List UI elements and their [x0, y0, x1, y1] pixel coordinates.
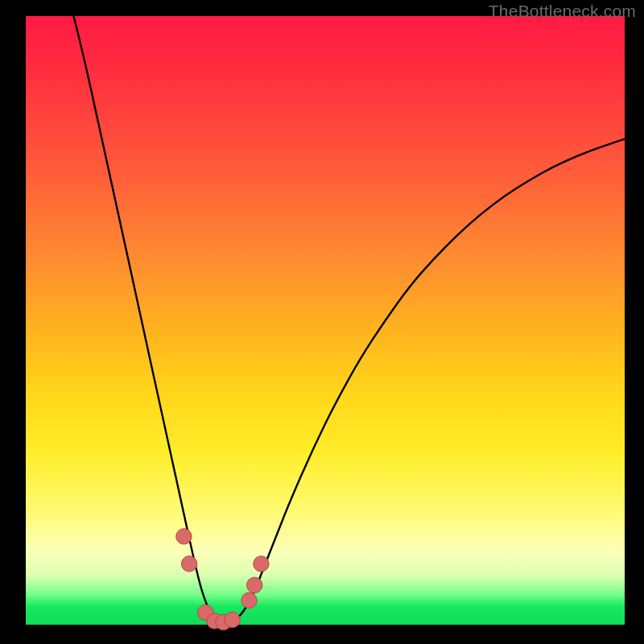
bottleneck-curve: [74, 16, 625, 624]
watermark-text: TheBottleneck.com: [489, 2, 636, 21]
chart-frame: TheBottleneck.com: [0, 0, 644, 644]
marker-point: [254, 556, 269, 572]
marker-point: [181, 556, 196, 572]
chart-svg: [26, 16, 625, 625]
marker-point: [247, 577, 262, 592]
marker-point: [176, 529, 192, 544]
marker-point: [242, 592, 257, 608]
plot-area: [26, 16, 625, 625]
marker-point: [225, 612, 240, 627]
